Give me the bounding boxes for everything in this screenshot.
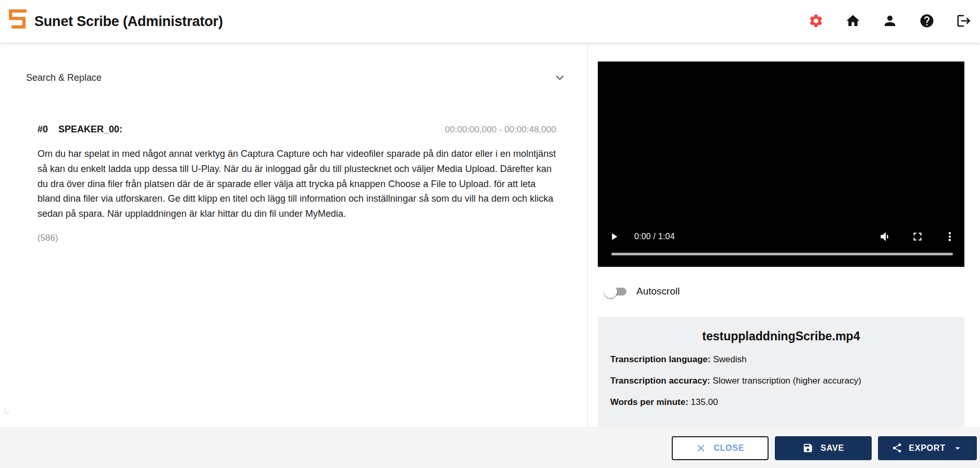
- field-value: 135.00: [691, 397, 718, 407]
- settings-gear-icon: [808, 13, 824, 30]
- search-replace-accordion[interactable]: Search & Replace: [26, 67, 568, 89]
- profile-button[interactable]: [882, 14, 898, 30]
- video-progress-bar[interactable]: [611, 253, 953, 255]
- fullscreen-icon: [911, 230, 924, 243]
- export-caret-icon: [952, 442, 963, 454]
- help-button[interactable]: [919, 14, 935, 30]
- chevron-down-icon: [552, 70, 568, 85]
- home-button[interactable]: [845, 14, 861, 30]
- video-player[interactable]: 0:00 / 1:04: [598, 61, 964, 267]
- segment-header[interactable]: #0 SPEAKER_00: 00:00:00,000 - 00:00:48,0…: [37, 124, 556, 135]
- close-x-icon: [696, 443, 706, 453]
- segment-time-range: 00:00:00,000 - 00:00:48,000: [445, 125, 556, 135]
- media-info-panel: testuppladdningScribe.mp4 Transcription …: [598, 317, 964, 427]
- field-label: Transcription language:: [610, 354, 711, 364]
- home-icon: [845, 13, 861, 30]
- segment-text[interactable]: Om du har spelat in med något annat verk…: [37, 146, 560, 221]
- segment-speaker: SPEAKER_00:: [58, 124, 122, 135]
- volume-icon: [879, 230, 893, 243]
- media-field-accuracy: Transcription accuracy: Slower transcrip…: [610, 376, 952, 386]
- action-bar: CLOSE SAVE EXPORT: [0, 427, 980, 468]
- video-time-display: 0:00 / 1:04: [634, 232, 675, 241]
- save-button[interactable]: SAVE: [775, 436, 872, 460]
- export-button[interactable]: EXPORT: [878, 436, 977, 460]
- header-actions: [808, 0, 972, 43]
- person-icon: [882, 13, 898, 30]
- close-button-label: CLOSE: [713, 444, 744, 453]
- play-icon: [608, 231, 620, 242]
- share-icon: [891, 442, 902, 453]
- page-title: Sunet Scribe (Administrator): [34, 0, 223, 43]
- field-label: Transcription accuracy:: [610, 376, 710, 386]
- save-floppy-icon: [802, 442, 813, 453]
- resize-grip: [5, 408, 10, 413]
- help-icon: [919, 13, 935, 30]
- fullscreen-button[interactable]: [911, 230, 924, 243]
- segment-char-count: (586): [37, 233, 58, 243]
- segment-index: #0: [37, 124, 48, 135]
- autoscroll-toggle[interactable]: [604, 285, 628, 298]
- field-value: Slower transcription (higher accuracy): [713, 376, 861, 386]
- panel-divider: [587, 43, 588, 427]
- media-field-wpm: Words per minute: 135.00: [610, 397, 952, 408]
- search-replace-label: Search & Replace: [26, 72, 102, 83]
- close-button[interactable]: CLOSE: [672, 436, 769, 460]
- scribe-editor-page: Sunet Scribe (Administrator): [0, 0, 980, 468]
- play-button[interactable]: [608, 231, 620, 242]
- logout-icon: [956, 13, 972, 30]
- field-label: Words per minute:: [610, 397, 688, 407]
- logout-button[interactable]: [956, 14, 972, 30]
- app-header: Sunet Scribe (Administrator): [0, 0, 980, 43]
- autoscroll-row: Autoscroll: [604, 282, 680, 301]
- export-button-label: EXPORT: [909, 444, 946, 453]
- kebab-menu-icon: [943, 230, 957, 243]
- toggle-thumb: [604, 285, 617, 298]
- sunet-logo-icon: [7, 8, 28, 30]
- field-value: Swedish: [713, 354, 746, 364]
- settings-button[interactable]: [808, 14, 824, 30]
- video-more-button[interactable]: [943, 230, 957, 243]
- video-controls: 0:00 / 1:04: [598, 227, 964, 246]
- media-filename: testuppladdningScribe.mp4: [610, 329, 952, 343]
- save-button-label: SAVE: [821, 444, 845, 453]
- media-field-language: Transcription language: Swedish: [610, 354, 952, 365]
- autoscroll-label: Autoscroll: [636, 286, 680, 297]
- volume-button[interactable]: [879, 230, 893, 243]
